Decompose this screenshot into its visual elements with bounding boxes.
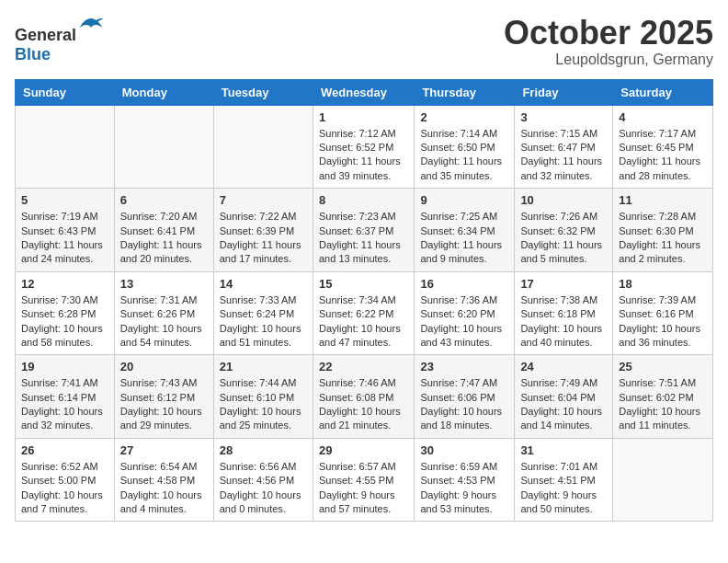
daylight-label: Daylight: 10 hours and 47 minutes. [319, 323, 401, 348]
sunset-label: Sunset: 6:52 PM [319, 142, 393, 153]
sunrise-label: Sunrise: 7:12 AM [319, 128, 396, 139]
sunrise-label: Sunrise: 7:30 AM [21, 294, 98, 305]
day-number: 3 [520, 110, 607, 124]
daylight-label: Daylight: 10 hours and 14 minutes. [520, 406, 602, 431]
sunrise-label: Sunrise: 7:15 AM [520, 128, 597, 139]
calendar-cell: 5Sunrise: 7:19 AMSunset: 6:43 PMDaylight… [16, 189, 115, 272]
sunset-label: Sunset: 6:02 PM [619, 392, 693, 403]
sunrise-label: Sunrise: 7:49 AM [520, 377, 597, 388]
day-info: Sunrise: 7:39 AMSunset: 6:16 PMDaylight:… [619, 293, 707, 350]
daylight-label: Daylight: 10 hours and 18 minutes. [420, 406, 502, 431]
day-info: Sunrise: 7:23 AMSunset: 6:37 PMDaylight:… [319, 210, 408, 267]
day-info: Sunrise: 7:19 AMSunset: 6:43 PMDaylight:… [21, 210, 108, 267]
sunset-label: Sunset: 6:47 PM [520, 142, 595, 153]
sunset-label: Sunset: 4:56 PM [220, 475, 294, 486]
day-number: 26 [21, 443, 108, 457]
day-info: Sunrise: 7:22 AMSunset: 6:39 PMDaylight:… [220, 210, 307, 267]
calendar-row-4: 26Sunrise: 6:52 AMSunset: 5:00 PMDayligh… [16, 438, 713, 522]
daylight-label: Daylight: 10 hours and 0 minutes. [220, 489, 301, 514]
sunset-label: Sunset: 6:28 PM [21, 308, 96, 319]
calendar-cell: 29Sunrise: 6:57 AMSunset: 4:55 PMDayligh… [313, 438, 414, 522]
day-number: 30 [420, 443, 508, 457]
sunset-label: Sunset: 6:14 PM [21, 392, 96, 403]
calendar-cell: 19Sunrise: 7:41 AMSunset: 6:14 PMDayligh… [16, 355, 115, 439]
day-info: Sunrise: 7:49 AMSunset: 6:04 PMDaylight:… [520, 376, 607, 433]
calendar-row-1: 5Sunrise: 7:19 AMSunset: 6:43 PMDaylight… [16, 189, 713, 272]
day-number: 16 [420, 277, 508, 291]
sunset-label: Sunset: 4:55 PM [319, 475, 393, 486]
day-number: 8 [319, 193, 408, 207]
sunset-label: Sunset: 4:51 PM [520, 475, 595, 486]
day-number: 28 [220, 443, 307, 457]
calendar-cell: 6Sunrise: 7:20 AMSunset: 6:41 PMDaylight… [114, 189, 213, 272]
day-info: Sunrise: 7:43 AMSunset: 6:12 PMDaylight:… [120, 376, 208, 433]
sunset-label: Sunset: 6:24 PM [220, 308, 294, 319]
sunset-label: Sunset: 6:50 PM [420, 142, 495, 153]
day-info: Sunrise: 7:46 AMSunset: 6:08 PMDaylight:… [319, 376, 408, 433]
calendar-cell: 7Sunrise: 7:22 AMSunset: 6:39 PMDaylight… [213, 189, 313, 272]
day-number: 5 [21, 193, 108, 207]
weekday-header-sunday: Sunday [16, 79, 115, 105]
day-number: 27 [120, 443, 208, 457]
logo: General Blue [15, 15, 104, 64]
calendar-cell: 24Sunrise: 7:49 AMSunset: 6:04 PMDayligh… [515, 355, 613, 439]
sunrise-label: Sunrise: 7:14 AM [420, 128, 497, 139]
sunrise-label: Sunrise: 6:56 AM [220, 461, 297, 472]
day-info: Sunrise: 7:26 AMSunset: 6:32 PMDaylight:… [520, 210, 607, 267]
sunset-label: Sunset: 6:10 PM [220, 392, 294, 403]
daylight-label: Daylight: 10 hours and 11 minutes. [619, 406, 700, 431]
sunrise-label: Sunrise: 7:46 AM [319, 377, 396, 388]
sunset-label: Sunset: 6:18 PM [520, 308, 595, 319]
day-number: 31 [520, 443, 607, 457]
sunset-label: Sunset: 6:37 PM [319, 225, 393, 236]
daylight-label: Daylight: 10 hours and 25 minutes. [220, 406, 301, 431]
calendar-cell: 1Sunrise: 7:12 AMSunset: 6:52 PMDaylight… [313, 105, 414, 189]
calendar-cell: 16Sunrise: 7:36 AMSunset: 6:20 PMDayligh… [415, 271, 515, 355]
sunrise-label: Sunrise: 7:47 AM [420, 377, 497, 388]
calendar-row-2: 12Sunrise: 7:30 AMSunset: 6:28 PMDayligh… [16, 271, 713, 355]
daylight-label: Daylight: 11 hours and 13 minutes. [319, 239, 401, 264]
daylight-label: Daylight: 10 hours and 32 minutes. [21, 406, 103, 431]
day-info: Sunrise: 7:34 AMSunset: 6:22 PMDaylight:… [319, 293, 408, 350]
daylight-label: Daylight: 10 hours and 7 minutes. [21, 489, 103, 514]
day-info: Sunrise: 7:36 AMSunset: 6:20 PMDaylight:… [420, 293, 508, 350]
daylight-label: Daylight: 11 hours and 17 minutes. [220, 239, 301, 264]
calendar-cell: 15Sunrise: 7:34 AMSunset: 6:22 PMDayligh… [313, 271, 414, 355]
day-info: Sunrise: 6:52 AMSunset: 5:00 PMDaylight:… [21, 460, 108, 517]
day-info: Sunrise: 7:41 AMSunset: 6:14 PMDaylight:… [21, 376, 108, 433]
calendar-cell: 14Sunrise: 7:33 AMSunset: 6:24 PMDayligh… [213, 271, 313, 355]
calendar-cell: 12Sunrise: 7:30 AMSunset: 6:28 PMDayligh… [16, 271, 115, 355]
sunset-label: Sunset: 6:08 PM [319, 392, 393, 403]
calendar-cell: 25Sunrise: 7:51 AMSunset: 6:02 PMDayligh… [613, 355, 713, 439]
month-title: October 2025 [504, 15, 713, 52]
day-number: 12 [21, 277, 108, 291]
daylight-label: Daylight: 11 hours and 20 minutes. [120, 239, 202, 264]
logo-general: General [15, 26, 76, 44]
sunrise-label: Sunrise: 7:51 AM [619, 377, 696, 388]
sunrise-label: Sunrise: 7:34 AM [319, 294, 396, 305]
sunset-label: Sunset: 6:22 PM [319, 308, 393, 319]
day-info: Sunrise: 7:01 AMSunset: 4:51 PMDaylight:… [520, 460, 607, 517]
day-number: 25 [619, 360, 707, 373]
sunrise-label: Sunrise: 6:57 AM [319, 461, 396, 472]
logo-text: General Blue [15, 15, 104, 64]
weekday-header-tuesday: Tuesday [213, 79, 313, 105]
daylight-label: Daylight: 9 hours and 57 minutes. [319, 489, 395, 514]
weekday-header-thursday: Thursday [415, 79, 515, 105]
sunrise-label: Sunrise: 7:19 AM [21, 211, 98, 222]
daylight-label: Daylight: 11 hours and 2 minutes. [619, 239, 700, 264]
calendar-cell: 13Sunrise: 7:31 AMSunset: 6:26 PMDayligh… [114, 271, 213, 355]
sunrise-label: Sunrise: 7:39 AM [619, 294, 696, 305]
calendar-cell: 10Sunrise: 7:26 AMSunset: 6:32 PMDayligh… [515, 189, 613, 272]
calendar-cell: 8Sunrise: 7:23 AMSunset: 6:37 PMDaylight… [313, 189, 414, 272]
sunrise-label: Sunrise: 7:20 AM [120, 211, 198, 222]
sunset-label: Sunset: 6:16 PM [619, 308, 693, 319]
calendar-cell: 9Sunrise: 7:25 AMSunset: 6:34 PMDaylight… [415, 189, 515, 272]
sunset-label: Sunset: 6:06 PM [420, 392, 495, 403]
daylight-label: Daylight: 11 hours and 9 minutes. [420, 239, 502, 264]
day-info: Sunrise: 6:57 AMSunset: 4:55 PMDaylight:… [319, 460, 408, 517]
calendar-cell: 23Sunrise: 7:47 AMSunset: 6:06 PMDayligh… [415, 355, 515, 439]
weekday-header-monday: Monday [114, 79, 213, 105]
sunset-label: Sunset: 6:45 PM [619, 142, 693, 153]
sunrise-label: Sunrise: 6:59 AM [420, 461, 497, 472]
